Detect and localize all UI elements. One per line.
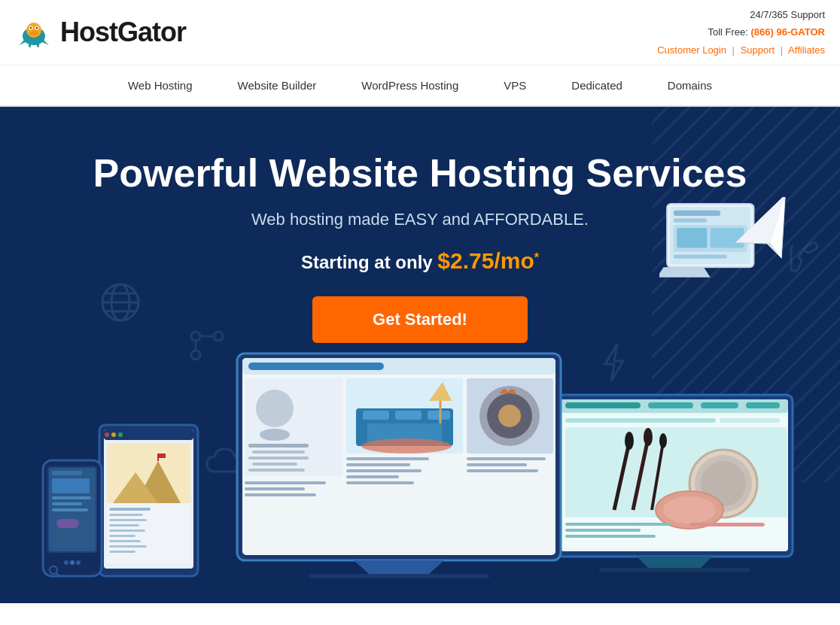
get-started-button[interactable]: Get Started! (312, 296, 528, 343)
phone-number[interactable]: (866) 96-GATOR (751, 26, 826, 38)
svg-rect-129 (565, 535, 656, 538)
svg-rect-75 (248, 457, 309, 460)
svg-rect-108 (565, 402, 641, 408)
svg-point-119 (644, 428, 653, 446)
svg-rect-127 (565, 523, 671, 526)
svg-rect-39 (56, 519, 79, 528)
svg-rect-8 (37, 41, 39, 47)
svg-rect-69 (248, 363, 384, 370)
svg-rect-61 (109, 529, 145, 532)
nav-wordpress-hosting[interactable]: WordPress Hosting (339, 65, 481, 105)
svg-rect-74 (252, 451, 305, 454)
svg-rect-95 (245, 493, 316, 496)
globe-icon (98, 280, 143, 325)
affiliates-link[interactable]: Affiliates (788, 44, 825, 56)
svg-rect-128 (565, 529, 641, 532)
svg-rect-57 (109, 508, 151, 511)
svg-point-41 (70, 560, 75, 565)
svg-point-117 (625, 432, 634, 450)
laptop-right-device (554, 393, 795, 588)
svg-rect-7 (29, 41, 31, 47)
svg-rect-62 (109, 535, 135, 537)
price-asterisk: * (534, 251, 539, 264)
git-icon (188, 325, 226, 363)
main-nav: Web Hosting Website Builder WordPress Ho… (0, 65, 840, 107)
svg-rect-60 (109, 524, 139, 526)
svg-rect-70 (245, 378, 342, 476)
hero-section: Powerful Website Hosting Services Web ho… (0, 107, 840, 603)
phone-device (41, 459, 103, 581)
svg-rect-24 (674, 211, 720, 216)
price-prefix: Starting at only (301, 252, 433, 272)
svg-point-42 (76, 560, 81, 565)
svg-rect-102 (467, 463, 527, 466)
svg-point-48 (105, 432, 109, 437)
hero-price: $2.75/mo (437, 248, 534, 273)
logo-gator-icon (15, 14, 53, 51)
top-bar: HostGator 24/7/365 Support Toll Free: (8… (0, 0, 840, 65)
hero-price-line: Starting at only $2.75/mo* (301, 248, 539, 274)
svg-rect-110 (701, 402, 738, 408)
svg-rect-98 (346, 469, 422, 472)
svg-point-6 (29, 31, 38, 35)
devices-illustration (0, 370, 840, 603)
nav-website-builder[interactable]: Website Builder (215, 65, 339, 105)
svg-rect-99 (346, 475, 399, 478)
svg-rect-111 (746, 402, 780, 408)
logo-area: HostGator (15, 14, 186, 51)
separator-2: | (781, 44, 783, 56)
paper-plane-illustration (659, 197, 795, 320)
svg-point-72 (260, 429, 290, 441)
svg-rect-73 (248, 444, 309, 448)
svg-point-4 (30, 27, 32, 29)
svg-point-49 (111, 432, 116, 437)
svg-rect-76 (252, 463, 297, 466)
svg-point-88 (361, 438, 452, 454)
svg-rect-29 (674, 255, 727, 259)
svg-point-14 (191, 332, 200, 341)
logo-text: HostGator (60, 17, 186, 48)
svg-rect-96 (346, 457, 429, 460)
svg-rect-83 (363, 411, 389, 420)
toll-free-label: Toll Free: (708, 26, 747, 38)
svg-rect-28 (711, 228, 744, 248)
svg-rect-59 (109, 519, 147, 521)
support-label: 24/7/365 Support (657, 6, 825, 23)
svg-point-15 (214, 332, 223, 341)
svg-rect-25 (674, 219, 707, 223)
svg-point-9 (102, 284, 138, 320)
nav-domains[interactable]: Domains (645, 65, 735, 105)
svg-rect-64 (109, 545, 147, 548)
svg-rect-35 (52, 478, 90, 493)
svg-rect-27 (677, 228, 707, 248)
nav-dedicated[interactable]: Dedicated (549, 65, 645, 105)
svg-rect-38 (52, 508, 88, 511)
svg-rect-93 (245, 481, 326, 484)
nav-web-hosting[interactable]: Web Hosting (105, 65, 215, 105)
svg-rect-100 (346, 481, 414, 484)
svg-rect-103 (467, 469, 538, 472)
svg-rect-130 (689, 523, 765, 526)
svg-rect-131 (599, 568, 750, 572)
svg-rect-47 (104, 429, 193, 440)
separator-1: | (732, 44, 735, 56)
svg-rect-94 (245, 487, 305, 490)
top-right-info: 24/7/365 Support Toll Free: (866) 96-GAT… (657, 6, 825, 59)
svg-rect-113 (565, 418, 716, 423)
svg-rect-65 (109, 551, 135, 553)
svg-point-126 (663, 496, 716, 523)
svg-rect-109 (648, 402, 693, 408)
svg-point-10 (111, 284, 129, 320)
svg-rect-101 (467, 457, 546, 460)
nav-vps[interactable]: VPS (481, 65, 549, 105)
support-link[interactable]: Support (741, 44, 775, 56)
header-links: Customer Login | Support | Affiliates (657, 41, 825, 59)
svg-point-16 (191, 350, 200, 360)
svg-rect-104 (309, 574, 489, 578)
svg-point-71 (256, 390, 294, 427)
svg-rect-56 (158, 454, 166, 458)
laptop-main-device (233, 352, 565, 588)
svg-rect-84 (395, 411, 422, 420)
svg-rect-97 (346, 463, 410, 466)
customer-login-link[interactable]: Customer Login (657, 44, 726, 56)
